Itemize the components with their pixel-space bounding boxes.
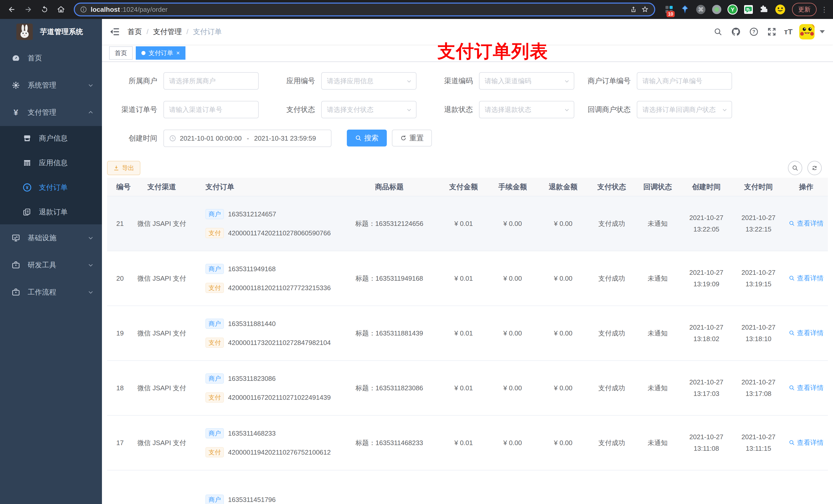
view-detail-link[interactable]: 查看详情 bbox=[789, 219, 824, 228]
tab-home[interactable]: 首页 bbox=[109, 46, 133, 60]
search-button[interactable]: 搜索 bbox=[347, 129, 387, 146]
chevron-down-icon bbox=[88, 82, 94, 88]
view-detail-link[interactable]: 查看详情 bbox=[789, 329, 824, 338]
pay-status-select[interactable] bbox=[327, 106, 411, 114]
fee-amount: ¥ 0.00 bbox=[487, 251, 538, 306]
tab-pay-order[interactable]: 支付订单 × bbox=[136, 46, 186, 60]
export-button[interactable]: 导出 bbox=[107, 161, 140, 175]
notify-status: 未通知 bbox=[635, 251, 680, 306]
notify-status-select[interactable] bbox=[642, 106, 727, 114]
hide-search-button[interactable] bbox=[788, 161, 802, 175]
pay-tag: 支付 bbox=[206, 392, 224, 403]
sidebar-item-system[interactable]: 系统管理 bbox=[0, 72, 102, 99]
command-extension-icon[interactable]: ⌘ bbox=[695, 4, 707, 15]
bookmark-star-icon[interactable] bbox=[641, 5, 649, 14]
sidebar-collapse-button[interactable] bbox=[110, 28, 119, 36]
field-label: 创建时间 bbox=[107, 134, 163, 143]
sidebar-item-app-info[interactable]: 应用信息 bbox=[0, 150, 102, 175]
pay-status: 支付成功 bbox=[588, 251, 635, 306]
puzzle-extension-icon[interactable] bbox=[759, 4, 770, 15]
y-extension-icon[interactable]: Y bbox=[727, 4, 738, 15]
dot-extension-icon[interactable] bbox=[711, 4, 722, 15]
fullscreen-icon[interactable] bbox=[766, 26, 778, 38]
product-title: 标题：1635312124656 bbox=[339, 196, 440, 251]
pay-amount: ¥ 0.01 bbox=[440, 361, 487, 415]
create-time: 2021-10-27 13:18:02 bbox=[680, 306, 732, 361]
sidebar-item-dev-tools[interactable]: 研发工具 bbox=[0, 251, 102, 279]
create-time: 2021-10-27 13:11:08 bbox=[680, 415, 732, 470]
chat-extension-icon[interactable] bbox=[743, 4, 754, 15]
extensions-grid-icon[interactable]: 10 bbox=[663, 4, 675, 15]
browser-menu-icon[interactable]: ⋮ bbox=[821, 5, 828, 14]
order-id: 20 bbox=[107, 251, 136, 306]
pay-tag: 支付 bbox=[206, 283, 224, 293]
view-detail-link[interactable]: 查看详情 bbox=[789, 274, 824, 283]
breadcrumb-home[interactable]: 首页 bbox=[127, 27, 142, 37]
sidebar-logo[interactable]: 芋道管理系统 bbox=[0, 19, 102, 45]
merchant-order-input[interactable] bbox=[642, 77, 727, 85]
browser-forward-button[interactable] bbox=[22, 3, 35, 16]
font-size-icon[interactable]: тT bbox=[784, 27, 792, 36]
merchant-input[interactable] bbox=[169, 77, 253, 85]
avatar[interactable] bbox=[799, 24, 814, 40]
col-title: 商品标题 bbox=[339, 178, 440, 196]
filter-channel-order-no: 渠道订单号 bbox=[107, 101, 259, 118]
pay-time: 2021-10-27 13:11:15 bbox=[732, 415, 784, 470]
refund-status-select[interactable] bbox=[485, 106, 569, 114]
channel-order-input[interactable] bbox=[169, 106, 253, 114]
breadcrumb-pay[interactable]: 支付管理 bbox=[153, 27, 182, 37]
sidebar-item-refund-order[interactable]: 退款订单 bbox=[0, 200, 102, 224]
fee-amount: ¥ 0.00 bbox=[487, 415, 538, 470]
channel-code-select[interactable] bbox=[485, 77, 569, 85]
sidebar-item-infra[interactable]: 基础设施 bbox=[0, 224, 102, 251]
col-channel: 支付渠道 bbox=[136, 178, 188, 196]
pay-time: 2021-10-27 13:18:10 bbox=[732, 306, 784, 361]
search-icon bbox=[789, 275, 795, 281]
filter-merchant-order-no: 商户订单编号 bbox=[580, 72, 732, 90]
app-select[interactable] bbox=[327, 77, 411, 85]
product-title: 标题：1635311881439 bbox=[339, 306, 440, 361]
refund-amount: ¥ 0.00 bbox=[538, 415, 588, 470]
sidebar-item-workflow[interactable]: 工作流程 bbox=[0, 279, 102, 306]
github-icon[interactable] bbox=[730, 26, 742, 38]
browser-reload-button[interactable] bbox=[38, 3, 51, 16]
sidebar-item-label: 支付订单 bbox=[39, 183, 94, 192]
col-amount: 支付金额 bbox=[440, 178, 487, 196]
view-detail-link[interactable]: 查看详情 bbox=[789, 383, 824, 392]
help-icon[interactable]: ? bbox=[748, 26, 760, 38]
col-fee: 手续金额 bbox=[487, 178, 538, 196]
chevron-down-icon bbox=[88, 289, 94, 295]
url-bar[interactable]: localhost :1024/pay/order bbox=[74, 3, 655, 16]
share-icon[interactable] bbox=[629, 6, 637, 13]
tab-close-icon[interactable]: × bbox=[176, 50, 180, 56]
search-icon bbox=[355, 135, 362, 141]
search-icon bbox=[792, 165, 799, 171]
filter-create-time: 创建时间 2021-10-01 00:00:00 - 2021-10-31 23… bbox=[107, 129, 331, 147]
pay-status: 支付成功 bbox=[588, 415, 635, 470]
merchant-order-no: 1635311468233 bbox=[228, 430, 276, 437]
pay-tag: 支付 bbox=[206, 338, 224, 348]
col-status: 支付状态 bbox=[588, 178, 635, 196]
date-range-picker[interactable]: 2021-10-01 00:00:00 - 2021-10-31 23:59:5… bbox=[163, 129, 331, 147]
reset-button[interactable]: 重置 bbox=[392, 129, 432, 146]
view-detail-link[interactable]: 查看详情 bbox=[789, 438, 824, 447]
date-separator: - bbox=[245, 135, 251, 142]
tab-label: 首页 bbox=[115, 49, 127, 57]
browser-home-button[interactable] bbox=[54, 3, 68, 16]
site-info-icon[interactable] bbox=[80, 6, 87, 13]
pin-extension-icon[interactable] bbox=[679, 4, 691, 15]
browser-update-button[interactable]: 更新 bbox=[792, 3, 817, 16]
emoji-extension-icon[interactable] bbox=[775, 4, 786, 15]
sidebar-item-home[interactable]: 首页 bbox=[0, 45, 102, 72]
browser-back-button[interactable] bbox=[5, 3, 19, 16]
avatar-caret-icon[interactable] bbox=[820, 30, 825, 33]
briefcase-icon bbox=[11, 261, 21, 270]
document-copy-icon bbox=[23, 208, 32, 217]
sidebar-item-merchant-info[interactable]: 商户信息 bbox=[0, 126, 102, 150]
sidebar-item-pay[interactable]: ¥ 支付管理 bbox=[0, 99, 102, 126]
refresh-table-button[interactable] bbox=[807, 161, 822, 175]
order-id: 19 bbox=[107, 306, 136, 361]
header-search-icon[interactable] bbox=[712, 26, 723, 38]
order-no-cell: 商户 1635311468233 支付 42000011942021102767… bbox=[188, 415, 339, 470]
sidebar-item-pay-order[interactable]: ¥ 支付订单 bbox=[0, 175, 102, 200]
